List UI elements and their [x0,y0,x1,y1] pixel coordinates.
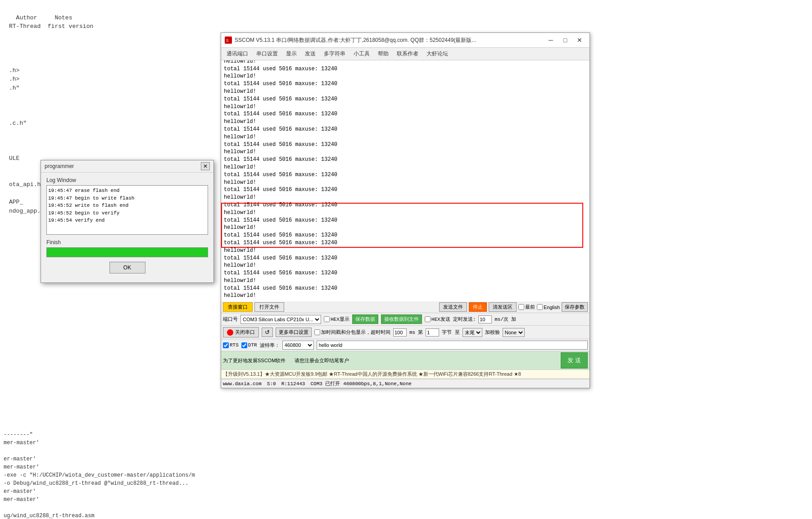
resend-button[interactable]: 清发送区 [489,302,517,312]
terminal-line: ug/wind_uc8288_rt-thread.asm [4,512,217,519]
output-line: hellowrld! [224,277,587,285]
checkbox-english-label[interactable]: English [537,304,560,310]
timed-send-input[interactable] [478,315,492,323]
terminal-line [4,504,217,512]
sscom-title-controls: ─ □ ✕ [544,35,586,45]
dtr-label[interactable]: DTR [241,342,257,348]
ms-unit2-label: ms [409,330,415,335]
output-line: total 15144 used 5016 maxuse: 13240 [224,269,587,277]
add-time-split-label[interactable]: 加时间戳和分包显示，超时时间 [314,329,390,336]
sscom-title-left: S SSCOM V5.13.1 串口/网络数据调试器,作者:大虾丁丁,26180… [225,36,476,44]
port-select[interactable]: COM3 Silicon Labs CP210x U... [240,315,321,324]
output-line: hellowrld! [224,224,587,232]
tab-open-file[interactable]: 打开文件 [254,302,284,312]
terminal-line: er-master' [4,487,217,496]
log-window-label: Log Window [46,177,208,183]
menu-contact[interactable]: 联系作者 [393,49,422,59]
ok-button[interactable]: OK [109,262,145,273]
promote-row: 为了更好地发展SSCOM软件 请您注册会立即结尾客户 发 送 [221,351,590,370]
promote-text: 为了更好地发展SSCOM软件 [223,357,286,364]
status-bar: www.daxia.com S:0 R:112443 COM3 已打开 4608… [221,379,590,388]
recv-file-button[interactable]: 接收数据到文件 [381,314,422,324]
output-line: hellowrld! [224,118,587,126]
menu-display[interactable]: 显示 [282,49,300,59]
log-entry: 19:45:52 begin to verify [48,209,206,217]
dialog-content: Log Window 19:45:47 erase flash end19:45… [41,173,213,282]
checkbox-last-label[interactable]: 最前 [518,304,535,310]
output-line: hellowrld! [224,247,587,255]
dtr-checkbox[interactable] [241,342,247,348]
output-line: total 15144 used 5016 maxuse: 13240 [224,65,587,73]
menu-tools[interactable]: 小工具 [350,49,373,59]
output-content: hellowrld!total 15144 used 5016 maxuse: … [224,60,587,300]
hex-send-label[interactable]: HEX发送 [425,316,450,323]
page-input[interactable] [426,328,439,337]
log-entry: 19:45:47 begin to write flash [48,195,206,202]
hex-send-checkbox[interactable] [425,316,431,322]
terminal-line: er-master' [4,455,217,463]
checkbox-english[interactable] [537,304,543,310]
log-entry: 19:45:47 erase flash end [48,187,206,195]
maximize-button[interactable]: □ [559,35,572,45]
refresh-button[interactable]: ↺ [262,328,273,337]
timeout-input[interactable] [393,328,407,337]
minimize-button[interactable]: ─ [544,35,557,45]
log-box: 19:45:47 erase flash end19:45:47 begin t… [46,185,208,235]
baud-label: 波特率： [260,342,280,349]
terminal-line: mer-master' [4,496,217,504]
output-line: hellowrld! [224,88,587,96]
menu-serial-settings[interactable]: 串口设置 [253,49,281,59]
output-line: total 15144 used 5016 maxuse: 13240 [224,255,587,262]
output-line: hellowrld! [224,103,587,111]
add-time-split-checkbox[interactable] [314,329,320,335]
close-port-button[interactable]: 关闭串口 [223,327,259,337]
rts-checkbox[interactable] [223,342,229,348]
stop-button[interactable]: 停止 [469,302,487,312]
progress-bar-fill [47,248,208,257]
r-count-label: R:112443 [281,381,305,387]
output-line: total 15144 used 5016 maxuse: 13240 [224,285,587,292]
save-data-button[interactable]: 保存数据 [352,314,378,324]
output-line: total 15144 used 5016 maxuse: 13240 [224,110,587,118]
output-line: total 15144 used 5016 maxuse: 13240 [224,232,587,239]
checksum-select[interactable]: None [503,328,525,337]
byte-label: 字节 至 [442,329,460,336]
output-line: total 15144 used 5016 maxuse: 13240 [224,239,587,247]
terminal-line [4,447,217,455]
hex-display-checkbox[interactable] [324,316,330,322]
output-line: hellowrld! [224,148,587,156]
menu-comm-port[interactable]: 通讯端口 [223,49,252,59]
output-line: hellowrld! [224,292,587,300]
output-line: total 15144 used 5016 maxuse: 13240 [224,80,587,88]
menu-forum[interactable]: 大虾论坛 [423,49,452,59]
tab-query-window[interactable]: 查接窗口 [223,302,253,312]
svg-text:S: S [226,39,228,43]
rts-label[interactable]: RTS [223,342,239,348]
close-button[interactable]: ✕ [573,35,586,45]
output-line: hellowrld! [224,60,587,65]
menu-send[interactable]: 发送 [301,49,319,59]
output-line: total 15144 used 5016 maxuse: 13240 [224,186,587,194]
save-param-button[interactable]: 保存参数 [562,302,588,312]
output-line: total 15144 used 5016 maxuse: 13240 [224,217,587,224]
dialog-close-button[interactable]: ✕ [201,162,210,170]
send-button[interactable]: 发 送 [561,352,588,369]
bottom-tabs-row: 查接窗口 打开文件 发送文件 停止 清发送区 最前 English 保存参数 [221,301,590,313]
output-line: hellowrld! [224,73,587,80]
baud-select[interactable]: 460800 [282,341,314,350]
end-select[interactable]: 末尾 [463,328,482,337]
add-label: 加 [511,316,516,323]
menu-help[interactable]: 帮助 [374,49,392,59]
menu-multistring[interactable]: 多字符串 [320,49,349,59]
log-entry: 19:45:52 write to flash end [48,202,206,209]
sscom-output[interactable]: hellowrld!total 15144 used 5016 maxuse: … [221,60,590,301]
more-port-button[interactable]: 更多串口设置 [276,328,312,337]
port-status-label: COM3 已打开 460800bps,8,1,None,None [310,380,411,387]
checkbox-last[interactable] [518,304,524,310]
output-line: hellowrld! [224,262,587,269]
send-text-input[interactable] [317,341,588,350]
hex-display-label[interactable]: HEX显示 [324,316,349,323]
finish-label: Finish [46,239,208,246]
terminal-line: --------" [4,431,217,439]
send-file-button[interactable]: 发送文件 [439,302,467,312]
